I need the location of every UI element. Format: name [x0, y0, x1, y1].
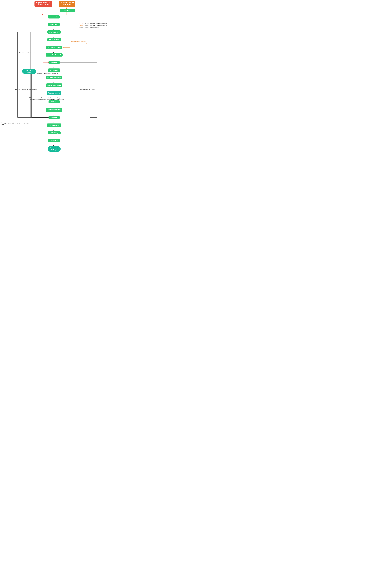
svg-marker-14 — [53, 45, 54, 46]
node-fragment-destroyed: fragment is destoryed — [48, 146, 61, 151]
node-fragment-inflated: fragment is inflated from layout — [59, 1, 75, 7]
svg-marker-22 — [53, 60, 54, 61]
svg-marker-40 — [53, 115, 54, 116]
node-onDestory: onDestory — [48, 131, 61, 134]
node-onCreateView: onCreateView — [47, 31, 61, 34]
svg-marker-12 — [53, 37, 54, 38]
node-app-process-killed: App process killed — [22, 69, 36, 74]
node-onPause: onPause — [49, 100, 60, 103]
svg-marker-32 — [53, 83, 54, 84]
annotation-only-called: Only called upon fragment creation and r… — [71, 40, 90, 46]
svg-marker-1 — [42, 14, 43, 15]
node-onCreateOptionsMenu: onCreateOptionsMenu — [46, 76, 62, 79]
svg-marker-10 — [53, 30, 54, 31]
node-onViewCreate: onViewCreate — [47, 38, 61, 41]
label-user-returns: User returns to the activity — [74, 89, 95, 90]
label-fragment-returns: The fragment returns to the layout from … — [1, 122, 31, 125]
svg-marker-44 — [53, 130, 54, 131]
svg-marker-34 — [53, 90, 54, 91]
node-onViewStateRestored: onViewStateRestored — [46, 53, 62, 56]
svg-marker-38 — [53, 107, 54, 108]
svg-marker-20 — [53, 52, 54, 53]
node-onDetach: onDetach — [48, 139, 60, 142]
svg-marker-30 — [53, 75, 54, 76]
node-onStop: onStop — [49, 116, 60, 119]
diagram-container: fragment is added to existing activity f… — [0, 0, 110, 158]
label-user-navigates: User navigates to the activity — [19, 52, 40, 54]
svg-marker-42 — [53, 123, 54, 123]
node-onAttach: onAttach — [48, 15, 60, 19]
node-onResume: onResume — [48, 68, 60, 72]
label-back-stack-note1: 1 fragment is add to the back stack, the… — [29, 97, 78, 98]
svg-marker-28 — [53, 67, 54, 68]
label-app-memory: App with higher priority need memory — [15, 89, 39, 90]
svg-marker-8 — [53, 22, 54, 23]
node-onSaveInstanceState: onSaveInstanceState — [46, 108, 62, 112]
node-onInflate: onInflate — [60, 9, 75, 12]
legend: 红色线：红色线：动态加载Fragment特有的流程。 黄色线：黄色线：静态加载F… — [80, 22, 108, 28]
svg-marker-3 — [66, 8, 67, 9]
node-onCreate: onCreate — [48, 23, 60, 26]
node-onActivityCreated: onActivityCreated — [46, 46, 62, 49]
svg-marker-46 — [53, 138, 54, 139]
legend-black: 黑色线：黑色线：两者共有的流程。 — [80, 26, 108, 28]
node-fragment-active: fragment is active — [47, 91, 61, 95]
node-onDestoryView: onDestoryView — [47, 123, 61, 127]
legend-yellow: 黄色线：黄色线：静态加载Fragment特有的流程。 — [80, 24, 108, 26]
svg-marker-18 — [62, 47, 63, 48]
legend-red: 红色线：红色线：动态加载Fragment特有的流程。 — [80, 22, 108, 24]
svg-marker-48 — [53, 145, 54, 146]
node-fragment-added: fragment is added to existing activity — [34, 1, 52, 7]
node-onPrepareOptionsMenu: onPrepareOptionsMenu — [46, 84, 62, 87]
node-onStart: onStart — [49, 61, 60, 64]
label-call-only: Call only if setHasOptionsMenu(true) — [37, 73, 70, 74]
